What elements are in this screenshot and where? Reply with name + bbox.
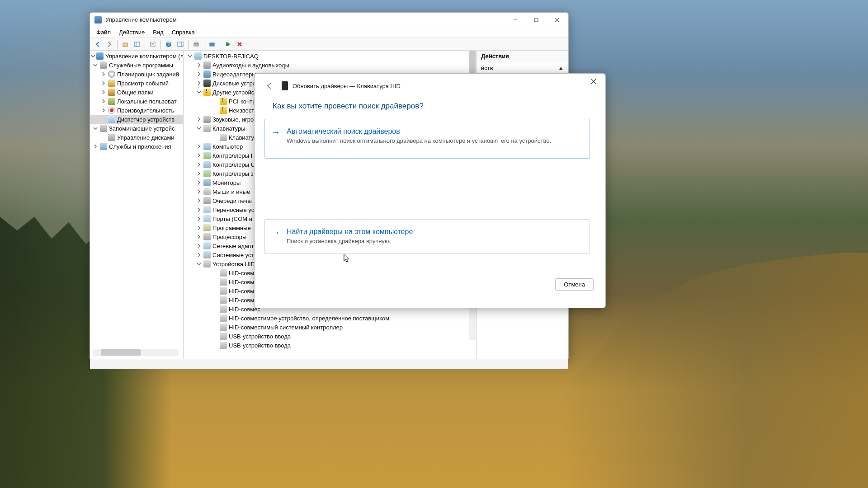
help-button[interactable]: ? xyxy=(163,39,174,50)
console-root[interactable]: Управление компьютером (л xyxy=(90,52,183,61)
tree-node-icon xyxy=(203,143,211,150)
menu-action[interactable]: Действие xyxy=(115,28,148,37)
chevron-up-icon: ▲ xyxy=(558,65,564,71)
mouse-cursor-icon xyxy=(344,254,350,263)
arrow-right-icon: → xyxy=(271,127,280,136)
tree-twister-icon[interactable] xyxy=(100,98,107,105)
show-hide-action-pane-button[interactable] xyxy=(175,39,186,50)
cancel-button[interactable]: Отмена xyxy=(555,278,594,291)
tree-node-label: Контроллеры з xyxy=(212,170,254,177)
tree-twister-icon[interactable] xyxy=(195,70,203,78)
console-group[interactable]: Служебные программы xyxy=(90,61,183,70)
close-button[interactable] xyxy=(547,13,567,27)
tree-twister-icon[interactable] xyxy=(100,70,107,78)
tree-twister-icon[interactable] xyxy=(195,188,203,195)
tree-twister-icon[interactable] xyxy=(92,143,99,150)
console-item[interactable]: Управление дисками xyxy=(90,133,183,142)
tree-node-label: Аудиовходы и аудиовыходы xyxy=(212,62,289,69)
print-button[interactable] xyxy=(191,39,202,50)
tree-node-label: Устройства HID xyxy=(212,261,255,267)
maximize-button[interactable] xyxy=(526,13,547,27)
console-item[interactable]: Просмотр событий xyxy=(90,79,183,88)
horizontal-scrollbar[interactable] xyxy=(93,349,179,356)
titlebar[interactable]: Управление компьютером xyxy=(90,13,568,27)
tree-twister-icon[interactable] xyxy=(195,260,203,267)
tree-node-icon xyxy=(203,251,211,258)
tree-node-icon xyxy=(220,314,227,322)
tree-twister-icon[interactable] xyxy=(195,143,203,150)
tree-twister-icon[interactable] xyxy=(195,125,203,132)
device-category[interactable]: Аудиовходы и аудиовыходы xyxy=(184,61,476,70)
console-item[interactable]: Локальные пользоват xyxy=(90,97,183,106)
console-item[interactable]: Диспетчер устройств xyxy=(90,115,183,124)
tree-node-label: Другие устройс xyxy=(212,89,254,96)
tree-twister-icon[interactable] xyxy=(195,197,203,204)
menu-view[interactable]: Вид xyxy=(149,28,167,37)
tree-node-icon xyxy=(203,61,211,69)
tree-twister-icon[interactable] xyxy=(195,233,203,240)
console-item[interactable]: Планировщик заданий xyxy=(90,70,183,79)
device-host[interactable]: DESKTOP-BEJICAQ xyxy=(184,52,476,61)
tree-twister-icon[interactable] xyxy=(195,152,203,159)
forward-button[interactable] xyxy=(104,39,115,50)
device-item[interactable]: HID-совместимое устройство, определенное… xyxy=(184,314,476,323)
console-group[interactable]: Службы и приложения xyxy=(90,142,183,151)
properties-button[interactable] xyxy=(147,39,158,50)
tree-node-label: Клавиатуры xyxy=(212,125,245,132)
tree-twister-icon[interactable] xyxy=(195,251,203,258)
status-cell xyxy=(90,359,464,369)
option-browse-computer[interactable]: → Найти драйверы на этом компьютере Поис… xyxy=(264,219,590,254)
status-cell xyxy=(464,359,568,369)
tree-node-label: Порты (COM и xyxy=(212,216,252,222)
tree-node-icon xyxy=(203,224,211,231)
option-auto-search[interactable]: → Автоматический поиск драйверов Windows… xyxy=(264,119,590,159)
scroll-thumb[interactable] xyxy=(101,349,141,356)
tree-node-label: HID-совместимый системный контроллер xyxy=(229,324,343,331)
tree-twister-icon[interactable] xyxy=(195,215,203,222)
tree-twister-icon[interactable] xyxy=(195,89,203,96)
tree-twister-icon[interactable] xyxy=(195,80,203,87)
tree-twister-icon[interactable] xyxy=(195,161,203,168)
tree-twister-icon[interactable] xyxy=(186,52,193,60)
show-hide-tree-button[interactable] xyxy=(132,39,142,50)
tree-twister-icon[interactable] xyxy=(91,52,95,60)
device-item[interactable]: USB-устройство ввода xyxy=(184,341,476,350)
tree-twister-icon[interactable] xyxy=(100,89,107,96)
dialog-body: Обновить драйверы — Клавиатура HID Как в… xyxy=(255,81,605,300)
svg-rect-5 xyxy=(134,42,140,47)
minimize-button[interactable] xyxy=(505,13,526,27)
tree-twister-icon[interactable] xyxy=(92,125,99,132)
tree-twister-icon[interactable] xyxy=(195,170,203,177)
tree-node-icon xyxy=(203,206,211,213)
device-item[interactable]: HID-совместимый системный контроллер xyxy=(184,323,476,332)
tree-twister-icon[interactable] xyxy=(195,61,203,69)
tree-twister-icon[interactable] xyxy=(100,107,107,114)
menu-help[interactable]: Справка xyxy=(168,28,198,37)
actions-subheader[interactable]: йств ▲ xyxy=(476,62,568,74)
app-icon xyxy=(94,16,102,23)
tree-node-icon xyxy=(203,89,211,96)
device-item[interactable]: USB-устройство ввода xyxy=(184,332,476,341)
tree-twister-icon[interactable] xyxy=(100,80,107,87)
tree-twister-icon[interactable] xyxy=(92,61,99,69)
console-item[interactable]: Общие папки xyxy=(90,88,183,97)
menu-file[interactable]: Файл xyxy=(93,28,114,37)
tree-node-icon xyxy=(96,52,104,60)
uninstall-device-button[interactable] xyxy=(234,39,245,50)
console-tree[interactable]: Управление компьютером (л Служебные прог… xyxy=(90,51,183,151)
tree-twister-icon[interactable] xyxy=(195,206,203,213)
up-button[interactable] xyxy=(120,39,131,50)
console-tree-pane: Управление компьютером (л Служебные прог… xyxy=(90,51,184,359)
tree-twister-icon[interactable] xyxy=(195,116,203,123)
scan-hardware-button[interactable] xyxy=(207,39,217,50)
tree-twister-icon[interactable] xyxy=(195,242,203,249)
back-button[interactable] xyxy=(92,39,103,50)
enable-device-button[interactable] xyxy=(222,39,233,50)
tree-twister-icon[interactable] xyxy=(195,179,203,186)
console-group[interactable]: Запоминающие устройс xyxy=(90,124,183,133)
tree-node-icon xyxy=(220,296,227,304)
console-item[interactable]: Производительность xyxy=(90,106,183,115)
back-arrow-icon[interactable] xyxy=(264,81,274,91)
tree-twister-icon[interactable] xyxy=(195,224,203,231)
tree-node-label: Мониторы xyxy=(212,179,241,186)
